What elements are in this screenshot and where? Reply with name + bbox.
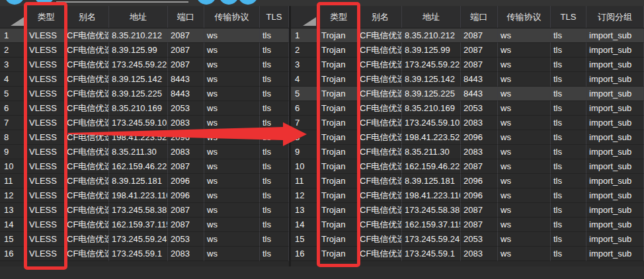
server-table-vless: 类型别名地址端口传输协议TLS1VLESSCF电信优选8.35.210.2122… xyxy=(0,6,289,266)
table-row[interactable]: 6TrojanCF电信优选8.35.210.1692053wstlsimport… xyxy=(291,101,644,116)
cell-type: VLESS xyxy=(26,218,66,232)
table-row[interactable]: 7VLESSCF电信优选173.245.59.1022083wstls xyxy=(0,116,289,130)
column-header-transport[interactable]: 传输协议 xyxy=(204,6,260,28)
column-header-tls[interactable]: TLS xyxy=(551,6,586,28)
cell-transport: ws xyxy=(498,116,551,130)
cell-alias: CF电信优选 xyxy=(66,188,109,203)
cell-type: Trojan xyxy=(319,72,359,87)
cell-alias: CF电信优选 xyxy=(66,28,109,43)
cell-tls: tls xyxy=(551,43,586,58)
cell-row-index: 3 xyxy=(291,58,319,72)
table-row[interactable]: 15TrojanCF电信优选173.245.59.242053wstlsimpo… xyxy=(291,232,644,247)
table-row[interactable]: 2TrojanCF电信优选8.39.125.992087wstlsimport_… xyxy=(291,43,644,58)
table-row[interactable]: 10VLESSCF电信优选162.159.46.2212087wstls xyxy=(0,159,289,174)
cell-port: 2087 xyxy=(461,203,498,218)
cell-tls: tls xyxy=(260,130,289,145)
cell-tls: tls xyxy=(551,218,586,232)
cell-port: 2053 xyxy=(168,232,204,247)
table-row[interactable]: 5VLESSCF电信优选8.39.125.2258443wstls xyxy=(0,87,289,101)
column-header-type[interactable]: 类型 xyxy=(319,6,359,28)
column-header-address[interactable]: 地址 xyxy=(402,6,461,28)
cell-alias: CF电信优选 xyxy=(66,247,109,261)
cell-row-index: 5 xyxy=(291,87,319,101)
column-header-alias[interactable]: 别名 xyxy=(359,6,402,28)
table-row[interactable]: 1TrojanCF电信优选8.35.210.2122087wstlsimport… xyxy=(291,28,644,43)
cell-subscription-group: import_sub xyxy=(586,130,644,145)
table-row[interactable]: 5TrojanCF电信优选8.39.125.2258443wstlsimport… xyxy=(291,87,644,101)
cell-row-index: 9 xyxy=(0,145,26,159)
table-row[interactable]: 12TrojanCF电信优选198.41.223.1102096wstlsimp… xyxy=(291,188,644,203)
table-row[interactable]: 6VLESSCF电信优选8.35.210.1692053wstls xyxy=(0,101,289,116)
column-header-subscription-group[interactable]: 订阅分组 xyxy=(586,6,644,28)
cell-type: Trojan xyxy=(319,87,359,101)
cell-tls: tls xyxy=(551,116,586,130)
cell-transport: ws xyxy=(204,130,260,145)
table-row[interactable]: 1VLESSCF电信优选8.35.210.2122087wstls xyxy=(0,28,289,43)
table-row[interactable]: 16VLESSCF电信优选173.245.59.12083wstls xyxy=(0,247,289,261)
table-row[interactable]: 13VLESSCF电信优选173.245.58.382087wstls xyxy=(0,203,289,218)
toolbar-button-icon[interactable] xyxy=(238,0,258,5)
cell-port: 2087 xyxy=(168,58,204,72)
cell-subscription-group: import_sub xyxy=(586,232,644,247)
toolbar-button-icon[interactable] xyxy=(196,0,216,5)
cell-tls: tls xyxy=(260,218,289,232)
cell-port: 2087 xyxy=(168,203,204,218)
table-row[interactable]: 12VLESSCF电信优选198.41.223.1102096wstls xyxy=(0,188,289,203)
cell-row-index: 16 xyxy=(291,247,319,261)
table-row[interactable]: 9TrojanCF电信优选8.35.211.302083wstlsimport_… xyxy=(291,145,644,159)
cell-tls: tls xyxy=(551,247,586,261)
cell-row-index: 6 xyxy=(291,101,319,116)
table-row[interactable]: 9VLESSCF电信优选8.35.211.302083wstls xyxy=(0,145,289,159)
cell-alias: CF电信优选 xyxy=(66,203,109,218)
table-row[interactable]: 14TrojanCF电信优选162.159.37.1152087wstlsimp… xyxy=(291,218,644,232)
column-header-alias[interactable]: 别名 xyxy=(66,6,109,28)
cell-tls: tls xyxy=(260,174,289,188)
toolbar-button-icon[interactable] xyxy=(219,0,239,5)
table-row[interactable]: 7TrojanCF电信优选173.245.59.1022083wstlsimpo… xyxy=(291,116,644,130)
cell-transport: ws xyxy=(204,72,260,87)
table-row[interactable]: 3VLESSCF电信优选173.245.59.222087wstls xyxy=(0,58,289,72)
table-row[interactable]: 3TrojanCF电信优选173.245.59.222087wstlsimpor… xyxy=(291,58,644,72)
cell-port: 2053 xyxy=(461,232,498,247)
cell-port: 2087 xyxy=(168,28,204,43)
table-row[interactable]: 10TrojanCF电信优选162.159.46.2212087wstlsimp… xyxy=(291,159,644,174)
table-row[interactable]: 15VLESSCF电信优选173.245.59.242053wstls xyxy=(0,232,289,247)
cell-port: 2053 xyxy=(461,101,498,116)
cell-row-index: 10 xyxy=(0,159,26,174)
cell-address: 8.35.210.212 xyxy=(402,28,461,43)
cell-alias: CF电信优选 xyxy=(66,232,109,247)
toolbar-button-icon[interactable] xyxy=(34,0,54,5)
cell-address: 173.245.58.38 xyxy=(109,203,168,218)
column-header-type[interactable]: 类型 xyxy=(26,6,66,28)
cell-alias: CF电信优选 xyxy=(66,145,109,159)
column-header-address[interactable]: 地址 xyxy=(109,6,168,28)
table-row[interactable]: 4VLESSCF电信优选8.39.125.1428443wstls xyxy=(0,72,289,87)
toolbar-button-icon[interactable] xyxy=(5,0,24,5)
cell-row-index: 7 xyxy=(291,116,319,130)
cell-alias: CF电信优选 xyxy=(359,72,402,87)
cell-row-index: 15 xyxy=(0,232,26,247)
cell-row-index: 1 xyxy=(291,28,319,43)
table-row[interactable]: 11TrojanCF电信优选8.39.125.1812096wstlsimpor… xyxy=(291,174,644,188)
table-row[interactable]: 14VLESSCF电信优选162.159.37.1152087wstls xyxy=(0,218,289,232)
table-row[interactable]: 16TrojanCF电信优选173.245.59.12083wstlsimpor… xyxy=(291,247,644,261)
table-row[interactable]: 2VLESSCF电信优选8.39.125.992087wstls xyxy=(0,43,289,58)
column-header-port[interactable]: 端口 xyxy=(168,6,204,28)
select-all-corner[interactable] xyxy=(0,6,26,28)
table-row[interactable]: 8VLESSCF电信优选198.41.223.522096wstls xyxy=(0,130,289,145)
column-header-port[interactable]: 端口 xyxy=(461,6,498,28)
cell-row-index: 10 xyxy=(291,159,319,174)
column-header-tls[interactable]: TLS xyxy=(260,6,289,28)
select-all-corner[interactable] xyxy=(291,6,319,28)
cell-transport: ws xyxy=(204,43,260,58)
table-row[interactable]: 13TrojanCF电信优选173.245.58.382087wstlsimpo… xyxy=(291,203,644,218)
cell-address: 173.245.59.22 xyxy=(402,58,461,72)
table-row[interactable]: 4TrojanCF电信优选8.39.125.1428443wstlsimport… xyxy=(291,72,644,87)
table-row[interactable]: 11VLESSCF电信优选8.39.125.1812096wstls xyxy=(0,174,289,188)
table-row[interactable]: 8TrojanCF电信优选198.41.223.522096wstlsimpor… xyxy=(291,130,644,145)
cell-row-index: 11 xyxy=(291,174,319,188)
column-header-transport[interactable]: 传输协议 xyxy=(498,6,551,28)
cell-transport: ws xyxy=(498,232,551,247)
cell-transport: ws xyxy=(498,247,551,261)
cell-type: VLESS xyxy=(26,188,66,203)
